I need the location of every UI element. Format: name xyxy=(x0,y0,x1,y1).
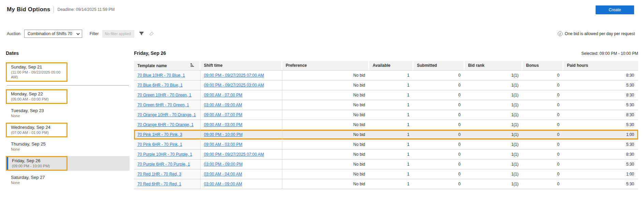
paid-hours-value: 1:00 xyxy=(564,169,638,179)
shift-time-link[interactable]: 09:00 PM - 10:00 PM xyxy=(204,132,242,137)
template-name-link[interactable]: 70 Blue 10HR - 70 Blue, 1 xyxy=(137,73,185,78)
date-title: Sunday, Sep 21 xyxy=(11,64,66,70)
deadline-text: Deadline: 09/14/2025 11:59 PM xyxy=(57,7,115,12)
shift-time-link[interactable]: 03:00 AM - 09:00 AM xyxy=(204,103,242,107)
funnel-filter-icon[interactable] xyxy=(139,31,144,36)
available-value: 1 xyxy=(369,120,414,129)
date-list-item[interactable]: Friday, Sep 26 (09:00 PM - 10:00 PM) xyxy=(6,156,130,171)
shift-time-link[interactable]: 09:00 PM - 09/27/2025 07:00 AM xyxy=(204,152,264,157)
template-name-link[interactable]: 70 Green 10HR - 70 Green, 1 xyxy=(137,93,191,97)
bonus-value: 0 xyxy=(523,110,564,120)
date-list-item[interactable]: Saturday, Sep 27 None xyxy=(6,174,130,186)
bid-rank-value: 1(1) xyxy=(465,120,523,129)
template-name-link[interactable]: 70 Green 6HR - 70 Green, 1 xyxy=(137,103,189,107)
info-text: One bid is allowed per day per request xyxy=(565,31,635,36)
preference-value: No bid xyxy=(282,140,369,149)
sort-icon[interactable] xyxy=(190,61,195,70)
header: My Bid Options Deadline: 09/14/2025 11:5… xyxy=(7,6,115,13)
date-title: Saturday, Sep 27 xyxy=(11,174,130,180)
date-list-item[interactable]: Sunday, Sep 21 (11:00 PM - 09/22/2025 05… xyxy=(6,62,130,82)
shift-time-link[interactable]: 03:00 PM - 09:00 PM xyxy=(204,162,242,167)
title-divider xyxy=(54,6,54,13)
bid-rank-value: 1(1) xyxy=(465,169,523,179)
preference-value: No bid xyxy=(282,150,369,159)
template-name-link[interactable]: 70 Pink 1HR - 70 Pink, 3 xyxy=(137,132,182,137)
date-list-item[interactable]: Tuesday, Sep 23 None xyxy=(6,107,130,119)
shift-time-link[interactable]: 09:00 AM - 07:00 PM xyxy=(204,112,242,117)
template-name-link[interactable]: 70 Orange 6HR - 70 Orange, 1 xyxy=(137,122,194,127)
bonus-value: 0 xyxy=(523,130,564,139)
bonus-value: 0 xyxy=(523,140,564,149)
bid-rank-value: 1(1) xyxy=(465,140,523,149)
eraser-clear-filter-icon[interactable] xyxy=(149,31,154,36)
submitted-value: 0 xyxy=(414,120,465,129)
preference-value: No bid xyxy=(282,90,369,100)
shift-time-link[interactable]: 09:00 AM - 03:00 PM xyxy=(204,122,242,127)
paid-hours-value: 5:30 xyxy=(564,140,638,149)
date-shift-range: (11:00 PM - 09/22/2025 05:00 AM) xyxy=(11,70,66,79)
available-value: 1 xyxy=(369,130,414,139)
bid-rank-value: 1(1) xyxy=(465,110,523,120)
info-note: i One bid is allowed per day per request xyxy=(558,31,635,36)
submitted-value: 0 xyxy=(414,90,465,100)
shift-time-link[interactable]: 09:00 AM - 03:00 PM xyxy=(204,142,242,147)
submitted-value: 0 xyxy=(414,71,465,80)
bid-rank-value: 1(1) xyxy=(465,90,523,100)
shift-time-link[interactable]: 03:00 AM - 04:00 AM xyxy=(204,172,242,177)
date-list-item[interactable]: Monday, Sep 22 (05:00 AM - 03:00 PM) xyxy=(6,89,130,104)
bonus-value: 0 xyxy=(523,150,564,159)
bid-rank-value: 1(1) xyxy=(465,159,523,169)
bonus-value: 0 xyxy=(523,169,564,179)
column-header-preference: Preference xyxy=(282,61,369,70)
available-value: 1 xyxy=(369,90,414,100)
template-name-link[interactable]: 70 Pink 6HR - 70 Pink, 1 xyxy=(137,142,182,147)
toolbar: Auction Combination of Shifts 70 Filter … xyxy=(7,29,635,38)
table-row: 70 Green 10HR - 70 Green, 1 09:00 AM - 0… xyxy=(134,90,638,100)
auction-select-value: Combination of Shifts 70 xyxy=(28,31,72,36)
auction-label: Auction xyxy=(7,31,20,36)
bid-rank-value: 1(1) xyxy=(465,150,523,159)
filter-input[interactable] xyxy=(102,30,134,38)
table-row: 70 Orange 6HR - 70 Orange, 1 09:00 AM - … xyxy=(134,120,638,130)
template-name-link[interactable]: 70 Red 1HR - 70 Red, 3 xyxy=(137,172,181,177)
column-header-template-name: Template name xyxy=(134,61,200,70)
dates-list: Sunday, Sep 21 (11:00 PM - 09/22/2025 05… xyxy=(6,62,130,186)
bid-rank-value: 1(1) xyxy=(465,100,523,110)
shift-time-link[interactable]: 03:00 AM - 09:00 AM xyxy=(204,182,242,186)
preference-value: No bid xyxy=(282,80,369,90)
date-list-item[interactable]: Wednesday, Sep 24 (07:00 AM - 01:00 PM) xyxy=(6,123,130,137)
preference-value: No bid xyxy=(282,71,369,80)
date-list-item[interactable]: Thursday, Sep 25 None xyxy=(6,141,130,153)
bid-rank-value: 1(1) xyxy=(465,179,523,189)
available-value: 1 xyxy=(369,150,414,159)
submitted-value: 0 xyxy=(414,100,465,110)
template-name-link[interactable]: 70 Blue 6HR - 70 Blue, 1 xyxy=(137,83,183,88)
submitted-value: 0 xyxy=(414,179,465,189)
auction-select[interactable]: Combination of Shifts 70 xyxy=(24,30,82,38)
create-button[interactable]: Create xyxy=(596,5,634,14)
shift-time-link[interactable]: 09:00 AM - 07:00 PM xyxy=(204,93,242,97)
shift-time-link[interactable]: 09:00 PM - 09/27/2025 07:00 AM xyxy=(204,73,264,78)
column-header-bid-rank: Bid rank xyxy=(465,61,523,70)
submitted-value: 0 xyxy=(414,130,465,139)
template-name-link[interactable]: 70 Red 6HR - 70 Red, 1 xyxy=(137,182,181,186)
paid-hours-value: 5:30 xyxy=(564,80,638,90)
preference-value: No bid xyxy=(282,159,369,169)
preference-value: No bid xyxy=(282,120,369,129)
template-name-link[interactable]: 70 Orange 10HR - 70 Orange, 1 xyxy=(137,112,196,117)
dates-divider xyxy=(7,85,129,86)
template-name-link[interactable]: 70 Purple 6HR - 70 Purple, 1 xyxy=(137,162,190,167)
paid-hours-value: 8:30 xyxy=(564,150,638,159)
preference-value: No bid xyxy=(282,110,369,120)
bonus-value: 0 xyxy=(523,80,564,90)
day-heading: Friday, Sep 26 xyxy=(134,50,166,56)
paid-hours-value: 8:30 xyxy=(564,110,638,120)
preference-value: No bid xyxy=(282,130,369,139)
paid-hours-value: 8:30 xyxy=(564,90,638,100)
available-value: 1 xyxy=(369,110,414,120)
template-name-link[interactable]: 70 Purple 10HR - 70 Purple, 1 xyxy=(137,152,192,157)
shift-time-link[interactable]: 09:00 PM - 09/27/2025 03:00 AM xyxy=(204,83,264,88)
table-row: 70 Green 6HR - 70 Green, 1 03:00 AM - 09… xyxy=(134,100,638,110)
table-row: 70 Blue 10HR - 70 Blue, 1 09:00 PM - 09/… xyxy=(134,71,638,80)
available-value: 1 xyxy=(369,140,414,149)
